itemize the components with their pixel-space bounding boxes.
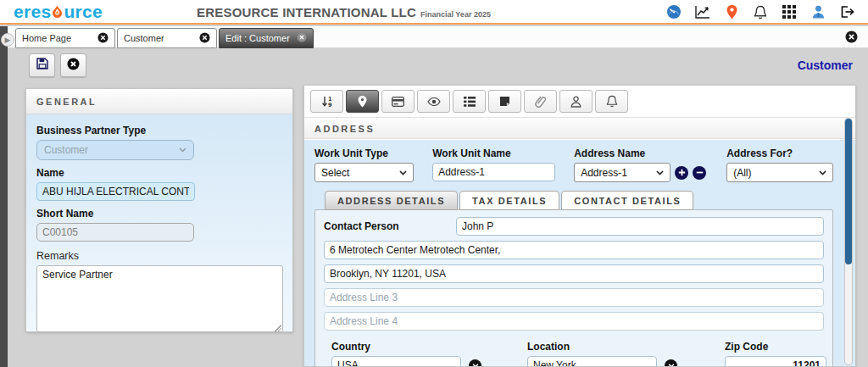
business-partner-type-label: Business Partner Type: [36, 125, 282, 136]
work-unit-name-input[interactable]: [432, 163, 555, 181]
work-unit-name-label: Work Unit Name: [432, 147, 555, 159]
user-icon[interactable]: [810, 4, 826, 19]
remove-address-button[interactable]: [693, 166, 706, 180]
scrollbar-thumb[interactable]: [845, 119, 852, 264]
tab-edit-customer[interactable]: Edit : Customer: [219, 28, 314, 48]
tab-close-icon[interactable]: [97, 32, 108, 45]
location-input[interactable]: [527, 356, 657, 367]
address-section-title: ADDRESS: [304, 117, 855, 139]
short-name-label: Short Name: [36, 208, 282, 220]
analytics-chart-icon[interactable]: [695, 4, 710, 19]
close-circle-icon: [67, 58, 80, 74]
general-panel-title: GENERAL: [26, 89, 292, 114]
logo-text-right: urce: [64, 2, 103, 22]
chevron-down-icon: [399, 170, 407, 175]
name-label: Name: [36, 167, 282, 179]
address-sub-tabs: ADDRESS DETAILS TAX DETAILS CONTACT DETA…: [325, 191, 833, 210]
address-name-label: Address Name: [574, 147, 706, 159]
eye-icon: [427, 97, 441, 106]
vertical-scrollbar[interactable]: [844, 118, 853, 365]
app-header: eres urce ERESOURCE INTERNATIONAL LLC Fi…: [0, 0, 868, 25]
attachment-button[interactable]: [524, 90, 557, 113]
location-pin-icon: [358, 96, 367, 108]
company-title: ERESOURCE INTERNATIONAL LLC Financial Ye…: [197, 5, 491, 19]
flame-icon: [52, 3, 63, 23]
address-line1-input[interactable]: [324, 241, 824, 259]
tab-tax-details[interactable]: TAX DETAILS: [459, 191, 559, 210]
chevron-down-icon: [819, 170, 826, 175]
note-button[interactable]: [488, 90, 521, 113]
location-pin-icon[interactable]: [724, 4, 739, 19]
address-for-label: Address For?: [726, 147, 833, 159]
collapsed-left-sidebar: [0, 26, 8, 367]
save-icon: [36, 58, 48, 73]
contact-person-input[interactable]: [456, 217, 824, 236]
work-unit-type-select[interactable]: Select: [314, 163, 414, 182]
payment-card-icon: [392, 97, 404, 107]
location-label: Location: [527, 341, 677, 353]
payment-card-button[interactable]: [381, 90, 415, 113]
address-name-select[interactable]: Address-1: [574, 163, 670, 182]
sidebar-expand-arrow-icon[interactable]: ▶: [1, 33, 14, 47]
company-name: ERESOURCE INTERNATIONAL LLC: [197, 5, 416, 19]
zip-code-input[interactable]: [725, 356, 826, 367]
paperclip-icon: [535, 96, 546, 108]
address-details-panel: Contact Person Country Lo: [314, 209, 833, 367]
address-panel: 19 ADDRESS Work Unit Typ: [303, 85, 856, 367]
apps-grid-icon[interactable]: [782, 4, 797, 19]
tab-customer[interactable]: Customer: [117, 28, 217, 48]
tab-address-details[interactable]: ADDRESS DETAILS: [325, 191, 458, 210]
minus-icon: [696, 169, 704, 176]
bell-icon: [606, 95, 618, 108]
short-name-input[interactable]: [36, 223, 194, 242]
save-button[interactable]: [29, 53, 55, 77]
svg-text:9: 9: [328, 102, 332, 108]
zip-code-label: Zip Code: [725, 341, 826, 353]
tab-close-icon[interactable]: [297, 32, 307, 44]
user-button[interactable]: [559, 90, 593, 113]
note-icon: [499, 96, 510, 107]
add-address-button[interactable]: [675, 166, 688, 180]
eresource-logo[interactable]: eres urce: [14, 1, 103, 23]
close-all-tabs-icon[interactable]: [845, 31, 858, 47]
tab-bar: Home Page Customer Edit : Customer: [0, 26, 868, 48]
address-icon-toolbar: 19: [304, 86, 855, 117]
country-input[interactable]: [331, 356, 461, 367]
contact-person-label: Contact Person: [324, 220, 456, 232]
notifications-button[interactable]: [595, 90, 628, 113]
address-line3-input[interactable]: [324, 288, 824, 307]
logout-icon[interactable]: [839, 4, 854, 19]
address-line4-input[interactable]: [324, 312, 824, 331]
tab-label: Customer: [124, 33, 164, 43]
tab-label: Edit : Customer: [225, 33, 290, 43]
dashboard-icon[interactable]: [666, 4, 682, 19]
notifications-bell-icon[interactable]: [753, 4, 768, 19]
address-name-value: Address-1: [581, 167, 627, 179]
address-for-value: (All): [733, 167, 751, 179]
tab-home-page[interactable]: Home Page: [15, 28, 115, 48]
logo-text-left: eres: [14, 2, 51, 22]
address-for-select[interactable]: (All): [726, 163, 833, 182]
tab-label: Home Page: [22, 33, 71, 43]
financial-year: Financial Year 2025: [420, 10, 491, 19]
list-button[interactable]: [453, 90, 486, 113]
view-eye-button[interactable]: [417, 90, 450, 113]
business-partner-type-select[interactable]: Customer: [36, 140, 194, 160]
chevron-down-icon: [179, 147, 186, 153]
tab-contact-details[interactable]: CONTACT DETAILS: [561, 191, 693, 210]
list-icon: [464, 97, 476, 107]
country-picker-icon[interactable]: [469, 359, 481, 367]
plus-icon: [678, 169, 686, 176]
cancel-button[interactable]: [60, 53, 86, 77]
chevron-down-icon: [656, 170, 664, 175]
tab-close-icon[interactable]: [199, 32, 210, 45]
remarks-textarea[interactable]: Service Partner: [36, 265, 283, 332]
name-input[interactable]: [36, 182, 195, 201]
location-picker-icon[interactable]: [665, 359, 677, 367]
address-line2-input[interactable]: [324, 264, 824, 283]
country-label: Country: [331, 341, 481, 353]
remarks-label: Remarks: [36, 250, 282, 262]
sort-numeric-button[interactable]: 19: [310, 90, 343, 113]
address-pin-button[interactable]: [346, 90, 379, 113]
sort-numeric-icon: 19: [321, 96, 333, 108]
